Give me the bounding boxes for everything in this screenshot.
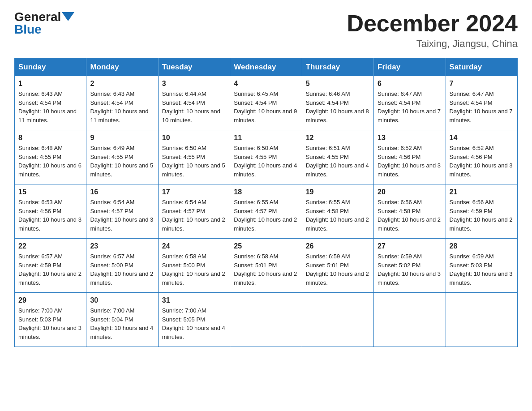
day-info: Sunrise: 6:49 AMSunset: 4:55 PMDaylight:…	[90, 145, 153, 178]
weekday-header-wednesday: Wednesday	[230, 58, 302, 77]
day-number: 10	[162, 134, 226, 142]
weekday-header-monday: Monday	[86, 58, 158, 77]
day-number: 30	[90, 296, 154, 304]
location-title: Taixing, Jiangsu, China	[347, 38, 518, 50]
day-number: 8	[18, 134, 82, 142]
day-info: Sunrise: 6:51 AMSunset: 4:55 PMDaylight:…	[306, 145, 369, 178]
calendar-cell	[230, 293, 302, 347]
calendar-cell	[374, 293, 446, 347]
day-info: Sunrise: 6:50 AMSunset: 4:55 PMDaylight:…	[162, 145, 225, 178]
calendar-cell: 9 Sunrise: 6:49 AMSunset: 4:55 PMDayligh…	[86, 130, 158, 184]
weekday-header-friday: Friday	[374, 58, 446, 77]
day-info: Sunrise: 6:58 AMSunset: 5:00 PMDaylight:…	[162, 253, 225, 286]
day-info: Sunrise: 6:55 AMSunset: 4:58 PMDaylight:…	[306, 199, 369, 232]
day-info: Sunrise: 6:54 AMSunset: 4:57 PMDaylight:…	[90, 199, 153, 232]
day-info: Sunrise: 6:53 AMSunset: 4:56 PMDaylight:…	[18, 199, 82, 232]
day-info: Sunrise: 6:44 AMSunset: 4:54 PMDaylight:…	[162, 90, 220, 124]
day-info: Sunrise: 6:55 AMSunset: 4:57 PMDaylight:…	[234, 199, 297, 232]
day-info: Sunrise: 7:00 AMSunset: 5:05 PMDaylight:…	[162, 307, 225, 340]
day-info: Sunrise: 6:54 AMSunset: 4:57 PMDaylight:…	[162, 199, 225, 232]
logo: General Blue	[14, 11, 74, 36]
day-number: 16	[90, 188, 154, 196]
calendar-cell: 6 Sunrise: 6:47 AMSunset: 4:54 PMDayligh…	[374, 76, 446, 130]
month-title: December 2024	[347, 11, 518, 36]
calendar-week-row: 15 Sunrise: 6:53 AMSunset: 4:56 PMDaylig…	[15, 184, 518, 239]
calendar-cell: 16 Sunrise: 6:54 AMSunset: 4:57 PMDaylig…	[86, 184, 158, 239]
calendar-cell: 2 Sunrise: 6:43 AMSunset: 4:54 PMDayligh…	[86, 76, 158, 130]
title-block: December 2024 Taixing, Jiangsu, China	[347, 11, 518, 50]
calendar-cell: 14 Sunrise: 6:52 AMSunset: 4:56 PMDaylig…	[446, 130, 517, 184]
calendar-week-row: 29 Sunrise: 7:00 AMSunset: 5:03 PMDaylig…	[15, 293, 518, 347]
day-number: 31	[162, 296, 226, 304]
calendar-cell: 23 Sunrise: 6:57 AMSunset: 5:00 PMDaylig…	[86, 239, 158, 293]
day-number: 27	[378, 242, 442, 250]
day-number: 28	[450, 242, 514, 250]
calendar-cell: 4 Sunrise: 6:45 AMSunset: 4:54 PMDayligh…	[230, 76, 302, 130]
logo-general-text: General	[14, 11, 61, 23]
logo-blue-text: Blue	[14, 23, 42, 36]
day-info: Sunrise: 6:59 AMSunset: 5:01 PMDaylight:…	[306, 253, 369, 286]
calendar-cell: 27 Sunrise: 6:59 AMSunset: 5:02 PMDaylig…	[374, 239, 446, 293]
day-number: 7	[450, 80, 514, 88]
day-info: Sunrise: 6:45 AMSunset: 4:54 PMDaylight:…	[234, 90, 297, 124]
calendar-cell: 25 Sunrise: 6:58 AMSunset: 5:01 PMDaylig…	[230, 239, 302, 293]
weekday-header-thursday: Thursday	[302, 58, 373, 77]
calendar-cell: 30 Sunrise: 7:00 AMSunset: 5:04 PMDaylig…	[86, 293, 158, 347]
day-number: 14	[450, 134, 514, 142]
day-info: Sunrise: 6:52 AMSunset: 4:56 PMDaylight:…	[450, 145, 513, 178]
day-number: 26	[306, 242, 370, 250]
day-info: Sunrise: 6:48 AMSunset: 4:55 PMDaylight:…	[18, 145, 82, 178]
calendar-cell: 21 Sunrise: 6:56 AMSunset: 4:59 PMDaylig…	[446, 184, 517, 239]
weekday-header-sunday: Sunday	[15, 58, 86, 77]
calendar-cell: 17 Sunrise: 6:54 AMSunset: 4:57 PMDaylig…	[158, 184, 230, 239]
day-number: 18	[234, 188, 298, 196]
day-number: 2	[90, 80, 154, 88]
calendar-cell: 24 Sunrise: 6:58 AMSunset: 5:00 PMDaylig…	[158, 239, 230, 293]
day-number: 5	[306, 80, 370, 88]
day-number: 19	[306, 188, 370, 196]
weekday-header-saturday: Saturday	[446, 58, 517, 77]
day-number: 21	[450, 188, 514, 196]
day-info: Sunrise: 6:52 AMSunset: 4:56 PMDaylight:…	[378, 145, 441, 178]
day-info: Sunrise: 6:46 AMSunset: 4:54 PMDaylight:…	[306, 90, 369, 124]
calendar-cell: 8 Sunrise: 6:48 AMSunset: 4:55 PMDayligh…	[15, 130, 86, 184]
calendar-cell: 13 Sunrise: 6:52 AMSunset: 4:56 PMDaylig…	[374, 130, 446, 184]
day-info: Sunrise: 6:59 AMSunset: 5:03 PMDaylight:…	[450, 253, 513, 286]
day-info: Sunrise: 6:58 AMSunset: 5:01 PMDaylight:…	[234, 253, 297, 286]
day-info: Sunrise: 6:57 AMSunset: 4:59 PMDaylight:…	[18, 253, 82, 286]
calendar-cell	[446, 293, 517, 347]
day-number: 20	[378, 188, 442, 196]
calendar-cell: 19 Sunrise: 6:55 AMSunset: 4:58 PMDaylig…	[302, 184, 373, 239]
calendar-cell: 22 Sunrise: 6:57 AMSunset: 4:59 PMDaylig…	[15, 239, 86, 293]
weekday-header-row: SundayMondayTuesdayWednesdayThursdayFrid…	[15, 58, 518, 77]
day-number: 1	[18, 80, 82, 88]
day-number: 6	[378, 80, 442, 88]
calendar-cell: 5 Sunrise: 6:46 AMSunset: 4:54 PMDayligh…	[302, 76, 373, 130]
day-info: Sunrise: 6:56 AMSunset: 4:58 PMDaylight:…	[378, 199, 441, 232]
calendar-cell: 11 Sunrise: 6:50 AMSunset: 4:55 PMDaylig…	[230, 130, 302, 184]
day-number: 12	[306, 134, 370, 142]
calendar-cell: 26 Sunrise: 6:59 AMSunset: 5:01 PMDaylig…	[302, 239, 373, 293]
page-header: General Blue December 2024 Taixing, Jian…	[14, 11, 518, 50]
calendar-cell: 1 Sunrise: 6:43 AMSunset: 4:54 PMDayligh…	[15, 76, 86, 130]
day-info: Sunrise: 6:47 AMSunset: 4:54 PMDaylight:…	[378, 90, 441, 124]
calendar-cell: 3 Sunrise: 6:44 AMSunset: 4:54 PMDayligh…	[158, 76, 230, 130]
day-info: Sunrise: 7:00 AMSunset: 5:03 PMDaylight:…	[18, 307, 82, 340]
calendar-cell	[302, 293, 373, 347]
day-number: 13	[378, 134, 442, 142]
day-info: Sunrise: 6:43 AMSunset: 4:54 PMDaylight:…	[90, 90, 148, 124]
day-number: 23	[90, 242, 154, 250]
calendar-table: SundayMondayTuesdayWednesdayThursdayFrid…	[14, 58, 518, 347]
calendar-cell: 10 Sunrise: 6:50 AMSunset: 4:55 PMDaylig…	[158, 130, 230, 184]
day-number: 24	[162, 242, 226, 250]
day-info: Sunrise: 6:50 AMSunset: 4:55 PMDaylight:…	[234, 145, 297, 178]
calendar-cell: 7 Sunrise: 6:47 AMSunset: 4:54 PMDayligh…	[446, 76, 517, 130]
day-number: 11	[234, 134, 298, 142]
day-number: 15	[18, 188, 82, 196]
day-info: Sunrise: 6:43 AMSunset: 4:54 PMDaylight:…	[18, 90, 77, 124]
calendar-week-row: 1 Sunrise: 6:43 AMSunset: 4:54 PMDayligh…	[15, 76, 518, 130]
calendar-week-row: 8 Sunrise: 6:48 AMSunset: 4:55 PMDayligh…	[15, 130, 518, 184]
day-info: Sunrise: 6:56 AMSunset: 4:59 PMDaylight:…	[450, 199, 513, 232]
day-number: 3	[162, 80, 226, 88]
day-number: 4	[234, 80, 298, 88]
